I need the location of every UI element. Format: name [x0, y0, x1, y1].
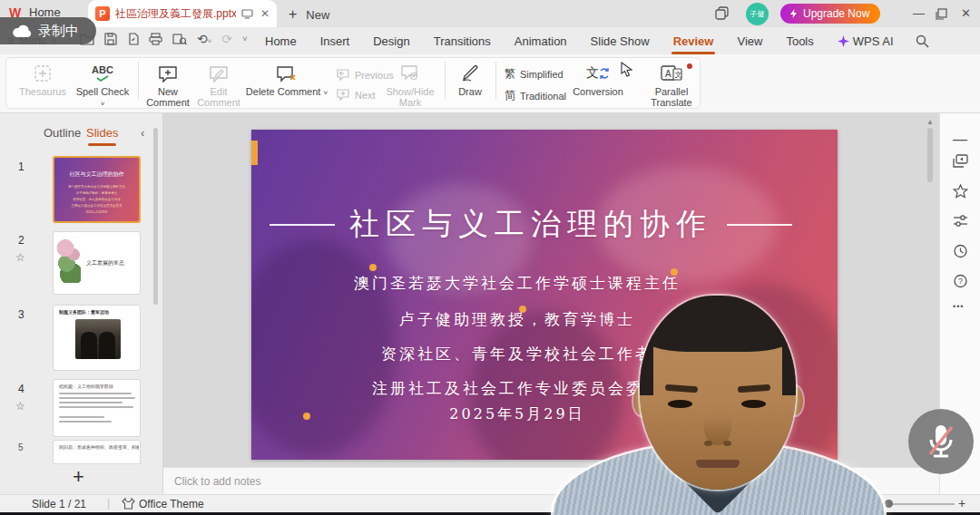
- slide-number-4: 4: [18, 383, 24, 395]
- slide-1-editor[interactable]: 社区与义工治理的协作 澳门圣若瑟大学社会工作学硕士课程主任 卢子健助理教授，教育…: [251, 130, 838, 460]
- print-icon[interactable]: [149, 33, 162, 45]
- slide-title: 社区与义工治理的协作: [349, 204, 712, 245]
- slide-accent-dot: [369, 264, 377, 271]
- next-comment-button[interactable]: Next: [336, 89, 376, 101]
- menu-slide-show[interactable]: Slide Show: [589, 31, 652, 52]
- slide-subtitle-line: 澳门圣若瑟大学社会工作学硕士课程主任: [251, 273, 783, 294]
- mouse-cursor-icon: [621, 62, 632, 77]
- menu-home[interactable]: Home: [263, 31, 299, 52]
- slide-subtitle-line: 注册社工及社会工作专业委员会委员: [251, 378, 783, 399]
- thumbnail-1-art: 社区与义工治理的协作 澳门圣若瑟大学社会工作学硕士课程主任 卢子健助理教授，教育…: [54, 158, 139, 221]
- menu-view[interactable]: View: [735, 31, 764, 52]
- collapse-tools-icon[interactable]: —: [953, 131, 967, 148]
- edit-comment-button[interactable]: Edit Comment: [194, 63, 243, 108]
- notes-area[interactable]: Click to add notes: [163, 467, 939, 494]
- thumbnail-2-flower-art: [57, 239, 81, 283]
- redo-button[interactable]: ⟳: [221, 32, 232, 46]
- switch-window-icon[interactable]: [953, 154, 968, 169]
- upgrade-now-button[interactable]: Upgrade Now: [780, 4, 880, 24]
- slide-title-block[interactable]: 社区与义工治理的协作: [251, 204, 810, 245]
- to-traditional-button[interactable]: 简 Traditional: [505, 88, 566, 103]
- svg-text:A: A: [665, 69, 671, 79]
- menu-review-active[interactable]: Review: [671, 31, 716, 52]
- parallel-translate-button[interactable]: A文 Parallel Translate: [633, 63, 710, 108]
- svg-text:?: ?: [958, 277, 963, 286]
- menu-insert[interactable]: Insert: [318, 31, 352, 52]
- theme-name[interactable]: Office Theme: [139, 498, 204, 510]
- title-dash-left: [270, 224, 335, 226]
- slide-thumbnail-4[interactable]: 殖民期：义工组织萌芽阶段: [53, 379, 141, 437]
- tab-slides[interactable]: Slides: [86, 126, 118, 140]
- slide-thumbnail-2[interactable]: 义工发展的常态: [53, 231, 141, 295]
- close-tab-icon[interactable]: ✕: [260, 7, 270, 20]
- notes-placeholder: Click to add notes: [174, 475, 260, 488]
- help-icon[interactable]: ?: [953, 274, 968, 288]
- to-simplified-button[interactable]: 繁 Simplified: [505, 66, 564, 82]
- new-tab-label: New: [306, 8, 329, 22]
- document-tab[interactable]: P 社區治理及義工發展.pptx ✕: [88, 0, 277, 27]
- more-tools-icon[interactable]: •••: [953, 302, 964, 311]
- slide-2-star-icon[interactable]: ☆: [15, 251, 25, 264]
- mic-muted-icon: [924, 422, 958, 462]
- delete-comment-button[interactable]: Delete Comment ˅: [243, 63, 330, 99]
- slide-number-3: 3: [18, 308, 24, 321]
- slide-thumbnail-5[interactable]: 回归后：形成各种组织、政府变革、积极参与: [53, 440, 141, 464]
- present-monitor-icon[interactable]: [241, 9, 253, 19]
- traditional-icon: 简: [505, 88, 515, 103]
- collapse-panel-icon[interactable]: ‹: [141, 126, 144, 140]
- new-comment-icon: [158, 65, 178, 83]
- menu-design[interactable]: Design: [371, 31, 411, 52]
- canvas-scrollbar[interactable]: [927, 128, 933, 182]
- maximize-button[interactable]: [936, 8, 947, 20]
- ppt-file-icon: P: [95, 6, 110, 21]
- close-window-button[interactable]: ✕: [961, 6, 971, 20]
- export-pdf-icon[interactable]: [127, 33, 139, 45]
- thesaurus-icon: [34, 64, 52, 83]
- print-preview-icon[interactable]: [172, 33, 187, 45]
- undo-button[interactable]: ⟲˅: [197, 32, 211, 46]
- parallel-translate-icon: A文: [661, 65, 682, 82]
- slide-thumbnail-3[interactable]: 制服义务团队：童军运动: [53, 305, 141, 371]
- new-comment-button[interactable]: New Comment: [143, 63, 192, 108]
- qat-chevron-down-icon[interactable]: ˅: [242, 34, 247, 44]
- user-avatar[interactable]: 子健: [746, 3, 769, 25]
- spell-check-button[interactable]: ABC Spell Check ˅: [73, 63, 132, 110]
- menu-items: Home Insert Design Transitions Animation…: [263, 27, 929, 54]
- menu-tools[interactable]: Tools: [784, 31, 815, 52]
- slide-date-line: 2025年5月29日: [251, 405, 783, 424]
- slide-thumbnail-1[interactable]: 社区与义工治理的协作 澳门圣若瑟大学社会工作学硕士课程主任 卢子健助理教授，教育…: [53, 156, 141, 223]
- previous-icon: [336, 69, 350, 81]
- minimize-button[interactable]: —: [913, 6, 925, 20]
- add-slide-button[interactable]: +: [73, 465, 84, 489]
- draw-pencil-icon: [461, 64, 479, 83]
- draw-button[interactable]: Draw: [450, 63, 490, 97]
- show-hide-mark-button[interactable]: Show/Hide Mark: [381, 63, 439, 108]
- menu-animation[interactable]: Animation: [513, 31, 569, 52]
- history-clock-icon[interactable]: [953, 244, 968, 258]
- menubar: ≡ Menu ˅ ⟲˅ ⟳ ˅ Home Insert Design Trans…: [0, 27, 980, 54]
- theme-icon: [122, 498, 135, 510]
- window-stack-icon[interactable]: [715, 6, 729, 20]
- menu-transitions[interactable]: Transitions: [432, 31, 493, 52]
- slide-4-star-icon[interactable]: ☆: [15, 400, 25, 413]
- search-icon[interactable]: [916, 34, 929, 48]
- sidebar-scrollbar[interactable]: [153, 128, 158, 305]
- microphone-muted-button[interactable]: [908, 409, 974, 474]
- zoom-slider-handle[interactable]: [885, 500, 893, 508]
- favorites-star-icon[interactable]: [953, 184, 968, 199]
- conversion-button[interactable]: 文 Conversion: [572, 63, 624, 97]
- scroll-up-arrow[interactable]: ▲: [926, 118, 934, 126]
- sparkle-icon: [838, 35, 849, 47]
- delete-comment-icon: [276, 65, 298, 83]
- recording-label: 录制中: [38, 23, 79, 40]
- zoom-slider-track[interactable]: [860, 503, 955, 505]
- zoom-in-button[interactable]: +: [958, 496, 965, 510]
- thesaurus-button[interactable]: Thesaurus: [16, 63, 69, 97]
- save-icon[interactable]: [104, 33, 117, 45]
- new-tab-button[interactable]: + New: [289, 6, 329, 23]
- settings-sliders-icon[interactable]: [953, 214, 968, 228]
- recording-badge: 录制中: [0, 17, 96, 44]
- tab-outline[interactable]: Outline: [44, 126, 81, 140]
- menu-wps-ai[interactable]: WPS AI: [836, 31, 896, 52]
- svg-text:文: 文: [675, 71, 682, 79]
